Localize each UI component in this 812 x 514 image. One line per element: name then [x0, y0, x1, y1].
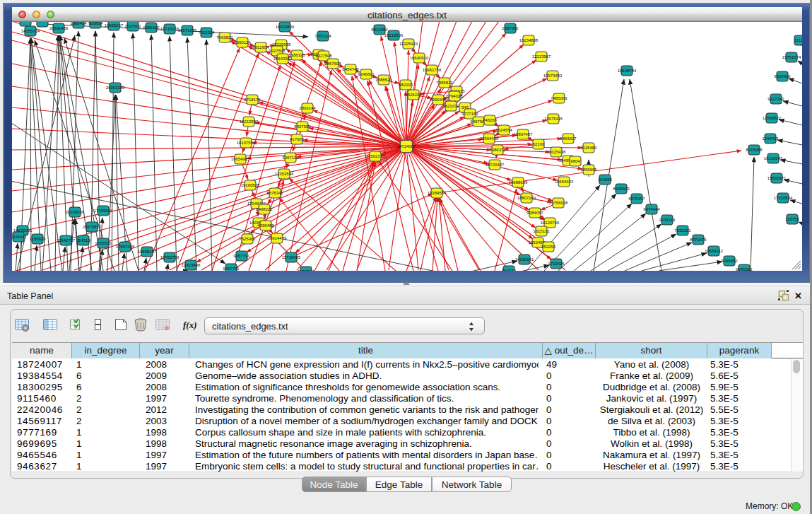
svg-text:8215958: 8215958 — [746, 148, 763, 152]
svg-text:9227342: 9227342 — [767, 97, 784, 101]
svg-text:252254: 252254 — [541, 245, 556, 249]
svg-text:4099488: 4099488 — [257, 223, 274, 228]
svg-text:14136141: 14136141 — [515, 257, 534, 262]
svg-text:15751074: 15751074 — [782, 55, 801, 59]
svg-text:1527602: 1527602 — [124, 24, 141, 28]
svg-text:17957255: 17957255 — [116, 245, 135, 249]
svg-text:417006: 417006 — [290, 137, 305, 141]
svg-text:8186328: 8186328 — [288, 53, 305, 57]
svg-text:15716485: 15716485 — [282, 255, 301, 259]
svg-text:16210643: 16210643 — [764, 156, 783, 160]
svg-text:2867608: 2867608 — [324, 62, 341, 66]
svg-text:114519: 114519 — [76, 238, 90, 243]
svg-text:9329966: 9329966 — [774, 74, 791, 78]
svg-text:19654923: 19654923 — [555, 180, 574, 184]
svg-text:9474444: 9474444 — [643, 207, 660, 211]
svg-text:8454749: 8454749 — [342, 67, 359, 71]
svg-text:12975115: 12975115 — [544, 117, 563, 121]
svg-text:8938923: 8938923 — [613, 187, 630, 191]
svg-text:8990448: 8990448 — [430, 98, 447, 102]
svg-text:964774: 964774 — [502, 269, 517, 271]
svg-text:16914479: 16914479 — [268, 236, 287, 240]
svg-text:8813054: 8813054 — [371, 28, 388, 32]
svg-text:12093822: 12093822 — [763, 116, 782, 120]
svg-text:116753: 116753 — [785, 217, 799, 221]
svg-text:7485063: 7485063 — [551, 96, 567, 100]
svg-text:16107554: 16107554 — [237, 141, 256, 145]
svg-text:7386372: 7386372 — [489, 148, 506, 152]
svg-text:2087682: 2087682 — [502, 26, 519, 30]
svg-text:20364436: 20364436 — [480, 136, 499, 141]
svg-text:7625402: 7625402 — [239, 237, 256, 241]
svg-text:17016504: 17016504 — [774, 196, 793, 200]
svg-text:9084067: 9084067 — [526, 211, 543, 215]
svg-text:1250515: 1250515 — [95, 241, 112, 245]
svg-text:19654985: 19654985 — [231, 157, 250, 161]
svg-text:3915411: 3915411 — [12, 235, 27, 239]
svg-text:6966160: 6966160 — [143, 25, 160, 30]
svg-text:9327506: 9327506 — [269, 49, 286, 53]
svg-text:1244415: 1244415 — [762, 136, 779, 141]
svg-text:15720407: 15720407 — [486, 163, 505, 167]
svg-text:11123: 11123 — [794, 38, 802, 42]
svg-text:2803144: 2803144 — [299, 106, 316, 110]
svg-text:5498222: 5498222 — [256, 207, 273, 211]
svg-text:12353594: 12353594 — [275, 172, 294, 176]
svg-text:10025438: 10025438 — [547, 150, 566, 154]
svg-text:16154808: 16154808 — [519, 38, 539, 42]
svg-text:10719155: 10719155 — [160, 27, 180, 31]
svg-text:19384554: 19384554 — [428, 191, 447, 195]
svg-text:19756928: 19756928 — [549, 201, 568, 205]
svg-text:1156829: 1156829 — [30, 237, 47, 241]
svg-text:1880414: 1880414 — [70, 22, 87, 25]
svg-text:8678342: 8678342 — [266, 191, 283, 195]
svg-text:6794028: 6794028 — [446, 94, 463, 98]
svg-text:9457791: 9457791 — [233, 254, 250, 258]
svg-text:1624554: 1624554 — [495, 128, 512, 132]
svg-text:9115460: 9115460 — [581, 146, 598, 150]
svg-text:8427552: 8427552 — [294, 124, 311, 129]
svg-text:9327508: 9327508 — [315, 54, 332, 58]
svg-text:16648784: 16648784 — [618, 69, 637, 73]
svg-text:62160: 62160 — [533, 142, 545, 146]
svg-text:20691406: 20691406 — [49, 26, 69, 30]
svg-text:164095: 164095 — [598, 177, 613, 182]
svg-text:9804: 9804 — [570, 159, 580, 163]
svg-text:12213967: 12213967 — [532, 54, 551, 59]
svg-text:10958107: 10958107 — [138, 250, 157, 254]
svg-text:582203: 582203 — [399, 83, 413, 87]
svg-text:9245652: 9245652 — [721, 259, 738, 263]
svg-text:10688609: 10688609 — [509, 180, 528, 185]
svg-text:1626215: 1626215 — [405, 93, 422, 97]
svg-text:8471676: 8471676 — [690, 238, 707, 242]
svg-text:6679197: 6679197 — [628, 197, 645, 201]
svg-text:7955812: 7955812 — [436, 81, 453, 85]
svg-text:9245612: 9245612 — [736, 267, 753, 271]
svg-text:1588520: 1588520 — [375, 78, 392, 82]
svg-text:9463627: 9463627 — [560, 136, 577, 141]
svg-text:1615132: 1615132 — [533, 229, 550, 233]
svg-text:9777169: 9777169 — [461, 112, 478, 116]
svg-text:10807487: 10807487 — [514, 132, 533, 136]
svg-text:16033809: 16033809 — [276, 25, 295, 29]
svg-text:12942757: 12942757 — [57, 238, 76, 243]
svg-text:8912954: 8912954 — [252, 45, 269, 49]
svg-text:12213383: 12213383 — [240, 119, 259, 124]
svg-text:9457791: 9457791 — [223, 267, 240, 271]
svg-text:7357224: 7357224 — [314, 34, 331, 38]
svg-text:1621072: 1621072 — [442, 104, 459, 108]
svg-text:19218506: 19218506 — [384, 33, 404, 37]
svg-text:19166825: 19166825 — [241, 183, 260, 187]
svg-text:9146821: 9146821 — [358, 72, 375, 76]
svg-text:15692971: 15692971 — [767, 176, 787, 180]
svg-text:18807249: 18807249 — [517, 196, 536, 200]
svg-text:746266: 746266 — [483, 118, 498, 122]
svg-text:16671355: 16671355 — [178, 28, 197, 33]
svg-text:7632621: 7632621 — [674, 228, 691, 233]
svg-text:20206556: 20206556 — [66, 210, 85, 214]
svg-text:11325419: 11325419 — [399, 42, 418, 46]
svg-text:1733426: 1733426 — [548, 262, 565, 266]
svg-text:18724007: 18724007 — [397, 144, 416, 148]
svg-text:6899695: 6899695 — [580, 168, 597, 172]
svg-text:17359934: 17359934 — [94, 209, 113, 213]
